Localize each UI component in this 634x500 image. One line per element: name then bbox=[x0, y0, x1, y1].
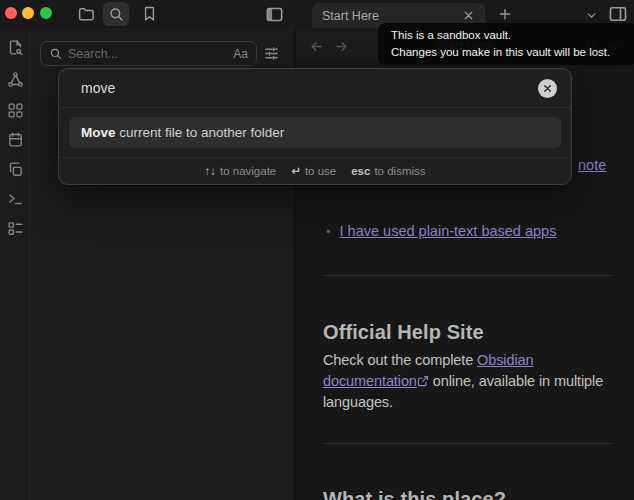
palette-query-input[interactable] bbox=[81, 80, 538, 96]
palette-results: Move current file to another folder bbox=[59, 108, 571, 157]
close-window-button[interactable] bbox=[5, 7, 17, 19]
paragraph-text: Check out the complete bbox=[323, 352, 477, 368]
tooltip-line-1: This is a sandbox vault. bbox=[391, 27, 625, 44]
internal-link-plain-text-apps[interactable]: I have used plain-text based apps bbox=[340, 223, 557, 239]
tab-title: Start Here bbox=[322, 9, 462, 23]
horizontal-rule bbox=[323, 275, 612, 276]
heading-official-help-site: Official Help Site bbox=[323, 321, 484, 344]
search-vault-icon[interactable] bbox=[103, 2, 129, 26]
key-esc: esc bbox=[351, 165, 370, 177]
instruction-label: to navigate bbox=[220, 165, 276, 177]
templates-copy-icon[interactable] bbox=[7, 161, 24, 178]
command-palette-modal: Move current file to another folder ↑↓to… bbox=[58, 68, 572, 185]
tab-list-chevron-icon[interactable] bbox=[585, 9, 598, 22]
instruction-label: to dismiss bbox=[374, 165, 425, 177]
tab-close-icon[interactable] bbox=[462, 9, 475, 22]
daily-note-calendar-icon[interactable] bbox=[7, 131, 24, 148]
instruction-dismiss: escto dismiss bbox=[351, 165, 425, 177]
clear-query-button[interactable] bbox=[538, 79, 557, 98]
result-rest-text: current file to another folder bbox=[116, 125, 285, 140]
search-input-box[interactable]: Aa bbox=[40, 41, 257, 66]
command-palette-terminal-icon[interactable] bbox=[7, 190, 24, 207]
list-item: • I have used plain-text based apps bbox=[326, 223, 556, 239]
bullet-dot: • bbox=[326, 224, 331, 239]
palette-input-row bbox=[59, 69, 571, 108]
graph-view-icon[interactable] bbox=[7, 71, 24, 88]
canvas-icon[interactable] bbox=[7, 102, 24, 119]
quick-switcher-icon[interactable] bbox=[7, 39, 24, 56]
tooltip-line-2: Changes you make in this vault will be l… bbox=[391, 44, 625, 61]
search-input[interactable] bbox=[68, 47, 227, 61]
horizontal-rule bbox=[323, 443, 612, 444]
partial-link-note[interactable]: note bbox=[578, 157, 606, 173]
zoom-window-button[interactable] bbox=[40, 7, 52, 19]
external-link-icon bbox=[417, 375, 429, 387]
instruction-navigate: ↑↓to navigate bbox=[204, 165, 276, 177]
palette-result-selected[interactable]: Move current file to another folder bbox=[69, 117, 561, 148]
right-sidebar-toggle-icon[interactable] bbox=[608, 4, 628, 24]
instruction-use: ↵to use bbox=[291, 164, 336, 178]
minimize-window-button[interactable] bbox=[22, 7, 34, 19]
ribbon bbox=[0, 28, 30, 500]
sandbox-vault-tooltip: This is a sandbox vault. Changes you mak… bbox=[378, 23, 634, 65]
new-tab-plus-icon[interactable] bbox=[497, 6, 513, 22]
bookmarks-icon[interactable] bbox=[141, 5, 158, 22]
workspace-layout-icon[interactable] bbox=[7, 220, 24, 237]
vault-folder-icon[interactable] bbox=[77, 5, 95, 23]
match-case-toggle[interactable]: Aa bbox=[233, 47, 248, 61]
search-settings-sliders-icon[interactable] bbox=[263, 45, 280, 62]
magnifier-icon bbox=[49, 47, 62, 60]
instruction-label: to use bbox=[305, 165, 336, 177]
heading-what-is-this-place: What is this place? bbox=[323, 488, 506, 500]
left-sidebar-toggle-icon[interactable] bbox=[265, 5, 284, 24]
help-paragraph: Check out the complete Obsidian document… bbox=[323, 350, 625, 413]
palette-instructions: ↑↓to navigate ↵to use escto dismiss bbox=[59, 157, 571, 183]
key-enter: ↵ bbox=[291, 165, 301, 177]
key-arrows: ↑↓ bbox=[204, 165, 216, 177]
result-match-text: Move bbox=[81, 125, 116, 140]
